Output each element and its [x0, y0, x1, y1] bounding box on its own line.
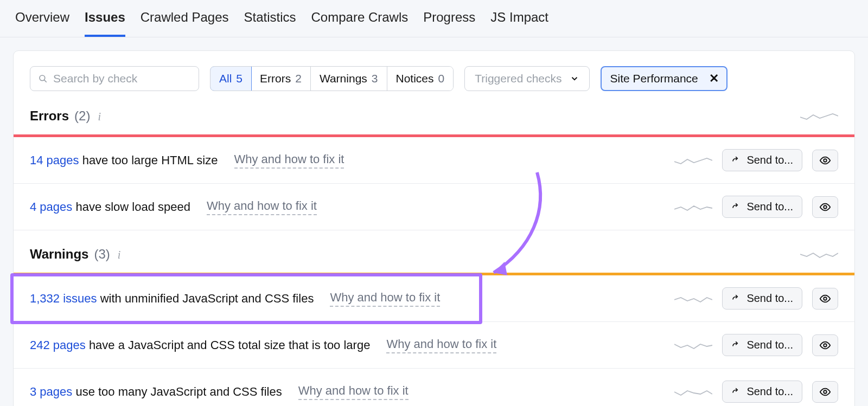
triggered-checks-dropdown[interactable]: Triggered checks [464, 66, 589, 91]
eye-icon [819, 201, 831, 213]
sparkline-icon [674, 293, 712, 304]
filter-count: 3 [372, 72, 378, 85]
warning-row: 1,332 issues with unminified JavaScript … [14, 275, 854, 322]
svg-point-2 [824, 159, 827, 162]
warning-row: 242 pages have a JavaScript and CSS tota… [14, 322, 854, 369]
eye-icon [819, 154, 831, 166]
button-label: Send to... [746, 201, 793, 213]
warnings-section-header: Warnings (3) i [14, 230, 854, 273]
button-label: Send to... [746, 154, 793, 166]
send-to-button[interactable]: Send to... [722, 381, 802, 403]
fix-link[interactable]: Why and how to fix it [330, 291, 440, 307]
tab-js-impact[interactable]: JS Impact [490, 10, 548, 37]
section-name: Errors [30, 108, 69, 124]
tab-issues[interactable]: Issues [85, 10, 125, 37]
button-label: Send to... [746, 292, 793, 305]
close-icon[interactable]: ✕ [707, 72, 721, 86]
filter-warnings[interactable]: Warnings 3 [311, 67, 387, 91]
svg-point-3 [824, 205, 827, 209]
section-name: Warnings [30, 247, 88, 262]
tab-progress[interactable]: Progress [423, 10, 475, 37]
tab-crawled-pages[interactable]: Crawled Pages [141, 10, 229, 37]
tab-statistics[interactable]: Statistics [244, 10, 296, 37]
issue-link[interactable]: 4 pages [30, 200, 72, 214]
view-button[interactable] [812, 196, 838, 218]
sparkline-icon [674, 202, 712, 212]
dropdown-label: Triggered checks [475, 72, 561, 85]
issue-text: 3 pages use too many JavaScript and CSS … [30, 385, 282, 399]
error-row: 4 pages have slow load speed Why and how… [14, 184, 854, 230]
issue-text: 14 pages have too large HTML size [30, 153, 218, 167]
chip-label: Site Performance [610, 72, 698, 85]
view-button[interactable] [812, 381, 838, 403]
filter-label: Warnings [320, 72, 367, 85]
filter-chip-site-performance: Site Performance ✕ [601, 66, 727, 91]
fix-link[interactable]: Why and how to fix it [234, 152, 344, 169]
eye-icon [819, 339, 831, 351]
search-input[interactable] [53, 72, 191, 85]
error-row: 14 pages have too large HTML size Why an… [14, 137, 854, 184]
filter-count: 2 [295, 72, 302, 85]
search-icon [38, 73, 48, 84]
search-box[interactable] [30, 66, 199, 91]
send-to-button[interactable]: Send to... [722, 334, 802, 356]
fix-link[interactable]: Why and how to fix it [298, 384, 409, 400]
filter-notices[interactable]: Notices 0 [387, 67, 454, 91]
info-icon[interactable]: i [116, 249, 121, 261]
sparkline-icon [800, 111, 838, 121]
view-button[interactable] [812, 288, 838, 310]
button-label: Send to... [746, 339, 793, 351]
issue-text: 1,332 issues with unminified JavaScript … [30, 292, 314, 306]
view-button[interactable] [812, 150, 838, 171]
issues-card: All 5 Errors 2 Warnings 3 Notices 0 Trig… [13, 50, 855, 406]
filter-errors[interactable]: Errors 2 [251, 67, 311, 91]
filter-label: Errors [260, 72, 291, 85]
eye-icon [819, 293, 831, 305]
svg-point-6 [824, 390, 827, 394]
warning-row: 3 pages use too many JavaScript and CSS … [14, 369, 854, 406]
filter-label: Notices [396, 72, 434, 85]
chevron-down-icon [570, 74, 579, 83]
view-button[interactable] [812, 334, 838, 356]
fix-link[interactable]: Why and how to fix it [386, 337, 496, 353]
section-count: (3) [94, 247, 110, 262]
share-arrow-icon [731, 202, 741, 212]
issue-text: 242 pages have a JavaScript and CSS tota… [30, 338, 370, 352]
share-arrow-icon [731, 294, 741, 304]
issue-text: 4 pages have slow load speed [30, 200, 190, 214]
sparkline-icon [674, 155, 712, 166]
issue-link[interactable]: 242 pages [30, 338, 86, 352]
svg-point-4 [824, 297, 827, 300]
send-to-button[interactable]: Send to... [722, 149, 802, 171]
errors-section-header: Errors (2) i [14, 104, 854, 134]
issue-link[interactable]: 14 pages [30, 153, 79, 167]
filter-segment: All 5 Errors 2 Warnings 3 Notices 0 [210, 66, 454, 91]
info-icon[interactable]: i [95, 111, 101, 123]
share-arrow-icon [731, 156, 741, 165]
tab-overview[interactable]: Overview [15, 10, 69, 37]
send-to-button[interactable]: Send to... [722, 196, 802, 218]
issue-link[interactable]: 3 pages [30, 385, 72, 398]
tabs-nav: Overview Issues Crawled Pages Statistics… [0, 0, 868, 37]
filter-count: 5 [236, 72, 242, 85]
filter-all[interactable]: All 5 [210, 66, 252, 91]
svg-point-5 [824, 344, 827, 347]
sparkline-icon [674, 386, 712, 397]
section-count: (2) [74, 108, 90, 124]
sparkline-icon [674, 340, 712, 351]
issue-link[interactable]: 1,332 issues [30, 292, 97, 305]
sparkline-icon [800, 249, 838, 260]
share-arrow-icon [731, 340, 741, 350]
fix-link[interactable]: Why and how to fix it [207, 199, 317, 215]
svg-line-1 [44, 80, 47, 82]
filter-label: All [219, 72, 232, 85]
send-to-button[interactable]: Send to... [722, 287, 802, 310]
filter-count: 0 [438, 72, 445, 85]
eye-icon [819, 386, 831, 398]
toolbar: All 5 Errors 2 Warnings 3 Notices 0 Trig… [14, 51, 854, 104]
share-arrow-icon [731, 387, 741, 397]
tab-compare-crawls[interactable]: Compare Crawls [311, 10, 409, 37]
svg-point-0 [40, 75, 45, 81]
button-label: Send to... [746, 385, 793, 398]
